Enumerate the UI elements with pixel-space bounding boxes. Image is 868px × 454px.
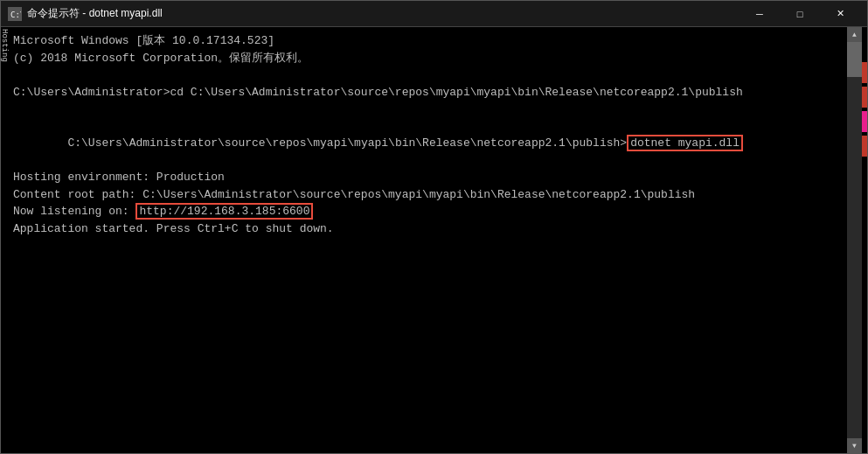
accent-item-4 bbox=[862, 136, 867, 157]
terminal-line-2: (c) 2018 Microsoft Corporation。保留所有权利。 bbox=[13, 50, 844, 67]
scroll-thumb[interactable] bbox=[847, 42, 862, 77]
terminal-line-3 bbox=[13, 66, 844, 84]
accent-item-3 bbox=[862, 111, 867, 132]
titlebar-left: C:\ 命令提示符 - dotnet myapi.dll bbox=[8, 6, 163, 21]
accent-item-2 bbox=[862, 87, 867, 108]
terminal-line-1: Microsoft Windows [版本 10.0.17134.523] bbox=[13, 32, 844, 50]
accent-item-1 bbox=[862, 62, 867, 83]
scroll-up-button[interactable]: ▲ bbox=[847, 27, 862, 42]
scroll-up-icon: ▲ bbox=[852, 31, 857, 38]
window-title: 命令提示符 - dotnet myapi.dll bbox=[27, 6, 163, 21]
terminal-line-6: C:\Users\Administrator\source\repos\myap… bbox=[13, 118, 844, 170]
output-line-2: Content root path: C:\Users\Administrato… bbox=[13, 186, 844, 204]
output-line-4: Application started. Press Ctrl+C to shu… bbox=[13, 220, 844, 238]
terminal-url: http://192.168.3.185:6600 bbox=[139, 205, 309, 218]
terminal-scrollbar: ▲ ▼ bbox=[847, 27, 862, 453]
now-listening-label: Now listening on: bbox=[13, 205, 135, 218]
scroll-down-button[interactable]: ▼ bbox=[847, 438, 862, 453]
right-accent-bar bbox=[862, 27, 867, 453]
cmd-icon: C:\ bbox=[8, 7, 22, 21]
url-highlight: http://192.168.3.185:6600 bbox=[135, 203, 313, 220]
terminal-content[interactable]: Microsoft Windows [版本 10.0.17134.523] (c… bbox=[10, 27, 847, 453]
terminal-line-5 bbox=[13, 101, 844, 118]
terminal-line-4: C:\Users\Administrator>cd C:\Users\Admin… bbox=[13, 84, 844, 101]
terminal-left-bar: Hosting bbox=[1, 27, 10, 453]
close-button[interactable]: ✕ bbox=[820, 1, 860, 27]
titlebar: C:\ 命令提示符 - dotnet myapi.dll ─ □ ✕ bbox=[1, 1, 867, 27]
terminal-command: dotnet myapi.dll bbox=[630, 136, 740, 150]
left-bar-hosting: Hosting bbox=[1, 27, 10, 64]
maximize-button[interactable]: □ bbox=[780, 1, 820, 27]
scroll-track[interactable] bbox=[847, 42, 862, 438]
output-line-1: Hosting environment: Production bbox=[13, 169, 844, 186]
prompt-text: C:\Users\Administrator\source\repos\myap… bbox=[67, 136, 627, 150]
titlebar-controls: ─ □ ✕ bbox=[740, 1, 860, 27]
scroll-down-icon: ▼ bbox=[852, 442, 857, 450]
terminal-wrapper: Hosting Microsoft Windows [版本 10.0.17134… bbox=[1, 27, 867, 453]
output-line-3: Now listening on: http://192.168.3.185:6… bbox=[13, 203, 844, 220]
command-highlight: dotnet myapi.dll bbox=[627, 135, 743, 151]
window: C:\ 命令提示符 - dotnet myapi.dll ─ □ ✕ Hosti… bbox=[0, 0, 868, 454]
svg-text:C:\: C:\ bbox=[10, 10, 21, 19]
minimize-button[interactable]: ─ bbox=[740, 1, 780, 27]
